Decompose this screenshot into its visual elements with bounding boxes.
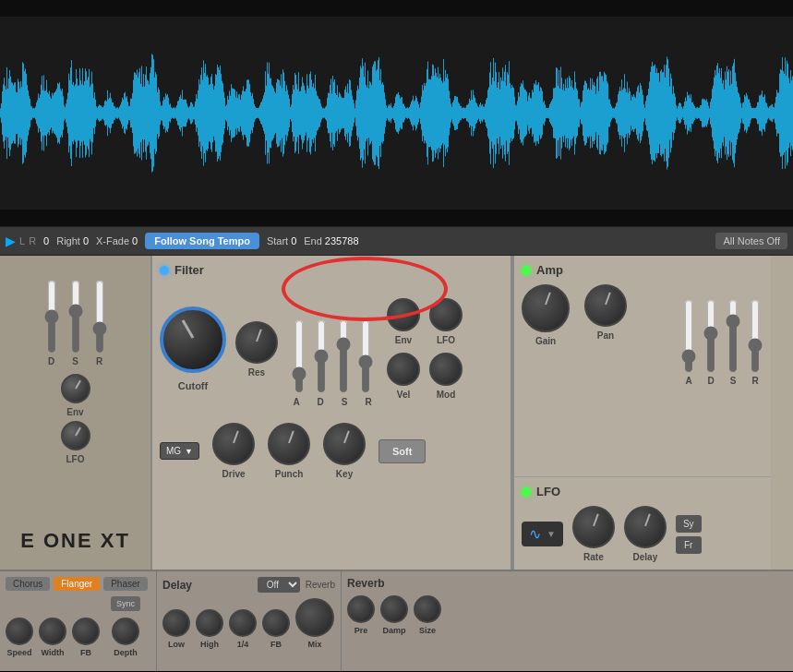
filter-main-row: Cutoff Res <box>160 284 503 414</box>
fr-button[interactable]: Fr <box>676 536 702 554</box>
chorus-tab[interactable]: Chorus <box>6 577 50 591</box>
r-slider-col: R <box>91 280 108 366</box>
soft-button[interactable]: Soft <box>378 439 426 463</box>
mg-arrow-icon: ▼ <box>185 447 193 456</box>
delay-mix-knob[interactable] <box>295 598 334 637</box>
pan-knob-group: Pan <box>584 284 627 346</box>
gain-knob[interactable] <box>522 284 570 332</box>
amp-r-label: R <box>751 376 758 386</box>
filter-r-fader[interactable] <box>357 319 374 393</box>
filter-env-knob[interactable] <box>387 298 420 331</box>
filter-s-fader[interactable] <box>335 319 352 393</box>
follow-tempo-button[interactable]: Follow Song Tempo <box>145 233 259 249</box>
end-value: 235788 <box>325 235 359 246</box>
filter-led[interactable] <box>160 266 169 275</box>
s-fader[interactable] <box>67 280 84 354</box>
drive-knob[interactable] <box>212 423 255 465</box>
synth-area: D S R Env LFO E ONE XT <box>0 256 793 570</box>
play-button[interactable]: ▶ <box>6 234 16 248</box>
speed-knob[interactable] <box>6 618 33 645</box>
amp-top-row: Gain Pan A D <box>522 284 763 386</box>
filter-header: Filter <box>160 263 503 277</box>
synth-title: E ONE XT <box>20 529 130 557</box>
right-value: 0 <box>83 235 89 246</box>
size-knob[interactable] <box>414 595 441 623</box>
lfo-rate-group: Rate <box>572 506 615 562</box>
pre-knob[interactable] <box>347 595 375 623</box>
drive-label: Drive <box>222 469 246 479</box>
amp-s-label: S <box>730 376 737 386</box>
d-slider-col: D <box>43 280 60 366</box>
lfo-label: LFO <box>66 454 85 464</box>
amp-r-fader[interactable] <box>747 299 763 373</box>
size-knob-col: Size <box>414 595 441 635</box>
amp-d-fader[interactable] <box>703 299 719 373</box>
amp-d-label: D <box>707 376 714 386</box>
filter-lfo-knob[interactable] <box>429 298 463 331</box>
amp-section: Amp Gain Pan A <box>512 256 771 476</box>
delay-fb-knob[interactable] <box>262 609 290 637</box>
filter-d-fader[interactable] <box>313 319 330 393</box>
r-fader[interactable] <box>91 280 108 354</box>
delay-low-knob[interactable] <box>162 609 190 637</box>
amp-lfo-wrapper: Amp Gain Pan A <box>512 256 771 570</box>
lfo-rate-label: Rate <box>583 552 604 562</box>
fb-knob[interactable] <box>72 618 100 645</box>
cutoff-knob[interactable] <box>160 306 226 373</box>
sy-button[interactable]: Sy <box>676 515 702 533</box>
damp-knob[interactable] <box>380 595 408 623</box>
filter-mod-knob[interactable] <box>429 353 463 386</box>
filter-mod-label: Mod <box>437 390 456 400</box>
amp-s-col: S <box>725 299 741 386</box>
delay-low-col: Low <box>162 609 190 649</box>
lfo-delay-label: Delay <box>633 552 658 562</box>
delay-quarter-knob[interactable] <box>229 609 257 637</box>
delay-knobs-row: Low High 1/4 FB Mix <box>162 598 335 649</box>
transport-bar: ▶ L R 0 Right 0 X-Fade 0 Follow Song Tem… <box>0 226 793 256</box>
env-knob[interactable] <box>61 374 90 403</box>
filter-a-fader[interactable] <box>291 319 307 393</box>
quarter-label: 1/4 <box>237 640 249 649</box>
filter-lfo-group: LFO <box>429 298 463 345</box>
lfo-knob[interactable] <box>61 421 90 450</box>
filter-r-label: R <box>359 397 378 407</box>
all-notes-off-button[interactable]: All Notes Off <box>715 233 787 249</box>
xfade-value: 0 <box>132 235 138 246</box>
delay-high-knob[interactable] <box>196 609 223 637</box>
amp-led[interactable] <box>522 266 531 275</box>
width-knob[interactable] <box>39 618 66 645</box>
key-knob[interactable] <box>323 423 366 465</box>
lfo-wave-selector[interactable]: ∿ ▼ <box>522 522 563 546</box>
pan-knob[interactable] <box>584 284 627 327</box>
adsr-sliders: D S R <box>43 265 108 366</box>
transport-controls: ▶ L R <box>6 234 36 248</box>
delay-dropdown[interactable]: Off <box>258 577 300 593</box>
amp-a-fader[interactable] <box>680 299 697 373</box>
lfo-wave-arrow: ▼ <box>547 529 556 539</box>
filter-d-label: D <box>311 397 330 407</box>
res-knob[interactable] <box>235 321 278 364</box>
phaser-tab[interactable]: Phaser <box>103 577 148 591</box>
filter-adsr-sliders <box>291 292 374 393</box>
lfo-led[interactable] <box>522 487 531 497</box>
amp-s-fader[interactable] <box>725 299 741 373</box>
filter-vel-knob[interactable] <box>387 353 420 386</box>
key-label: Key <box>336 469 353 479</box>
mg-dropdown[interactable]: MG ▼ <box>160 442 199 460</box>
gain-knob-group: Gain <box>522 284 570 346</box>
speed-label: Speed <box>6 648 31 657</box>
d-fader[interactable] <box>43 280 60 354</box>
punch-knob[interactable] <box>268 423 310 465</box>
flanger-tab[interactable]: Flanger <box>54 577 100 591</box>
sync-button[interactable]: Sync <box>111 596 140 611</box>
lfo-rate-knob[interactable] <box>572 506 615 548</box>
position-display: 0 <box>43 235 49 246</box>
lfo-delay-knob[interactable] <box>624 506 667 548</box>
depth-knob[interactable] <box>112 618 139 645</box>
amp-d-col: D <box>703 299 719 386</box>
filter-section: Filter Cutoff Res <box>152 256 512 570</box>
fa-col <box>291 319 307 393</box>
reverb-section: Reverb Pre Damp Size <box>342 571 793 671</box>
mg-label: MG <box>166 446 181 456</box>
env-label: Env <box>66 407 83 417</box>
